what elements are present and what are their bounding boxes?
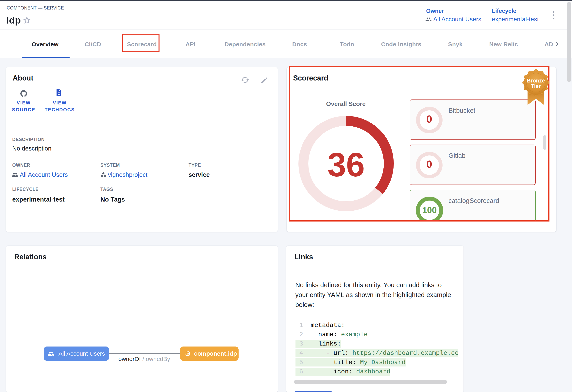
svg-text:Bronze: Bronze [527,78,545,84]
svg-text:Tier: Tier [531,83,541,89]
